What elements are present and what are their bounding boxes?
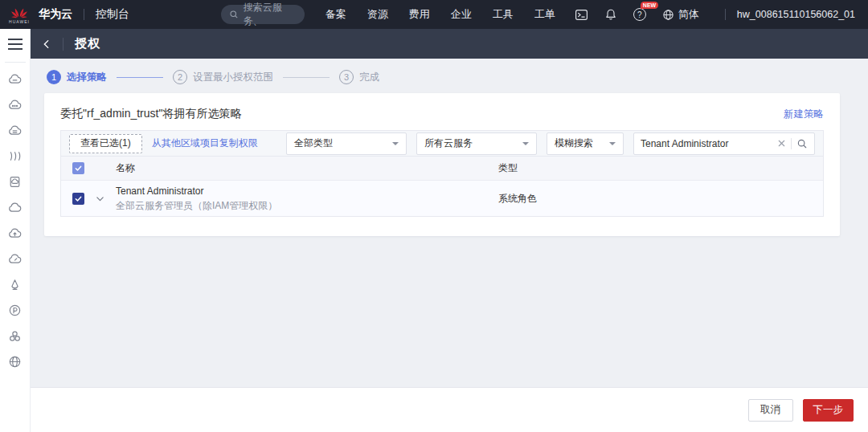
- huawei-logo[interactable]: HUAWEI: [0, 5, 39, 24]
- type-filter-select[interactable]: 全部类型: [286, 132, 407, 155]
- cloud-upload-icon[interactable]: [8, 226, 22, 240]
- step-finish: 3 完成: [339, 70, 379, 84]
- waves-icon[interactable]: [8, 149, 22, 163]
- wizard-footer: 取消 下一步: [31, 387, 868, 432]
- terminal-icon[interactable]: [575, 8, 588, 22]
- page-title: 授权: [75, 36, 100, 51]
- cloud-icon[interactable]: [8, 201, 22, 214]
- huawei-flower-icon: [10, 6, 28, 18]
- language-label: 简体: [678, 7, 699, 22]
- cloud-dash-icon[interactable]: [8, 72, 22, 86]
- menu-item-billing[interactable]: 费用: [409, 7, 430, 22]
- policy-type: 系统角色: [498, 192, 823, 206]
- menu-item-tickets[interactable]: 工单: [534, 7, 555, 22]
- step-connector: [283, 77, 330, 78]
- step-set-scope: 2 设置最小授权范围: [173, 70, 273, 84]
- content-area: 1 选择策略 2 设置最小授权范围 3 完成 委托"rf_admin_trust…: [31, 59, 868, 387]
- service-filter-select[interactable]: 所有云服务: [416, 132, 537, 155]
- back-button[interactable]: [31, 29, 63, 59]
- view-selected-button[interactable]: 查看已选(1): [69, 134, 142, 153]
- policy-table-box: 查看已选(1) 从其他区域项目复制权限 全部类型 所有云服务 模糊搜索: [60, 130, 824, 217]
- step-connector: [117, 77, 163, 78]
- row-checkbox[interactable]: [72, 193, 84, 205]
- expand-row-icon[interactable]: [95, 194, 105, 204]
- header-divider: [63, 38, 63, 51]
- search-submit-icon[interactable]: [796, 138, 808, 149]
- globe-grid-icon[interactable]: [8, 355, 22, 369]
- language-switcher[interactable]: 简体: [662, 7, 699, 22]
- hamburger-menu-icon[interactable]: [8, 29, 23, 59]
- create-policy-link[interactable]: 新建策略: [784, 108, 824, 121]
- cloud-meter-icon[interactable]: [8, 252, 22, 266]
- policy-search-input[interactable]: [641, 138, 772, 149]
- topbar-divider: [725, 9, 726, 20]
- clear-search-icon[interactable]: [777, 139, 786, 148]
- table-row[interactable]: Tenant Administrator 全部云服务管理员（除IAM管理权限） …: [61, 181, 823, 216]
- wizard-stepper: 1 选择策略 2 设置最小授权范围 3 完成: [47, 66, 868, 88]
- account-name[interactable]: hw_008615110156062_01: [737, 9, 855, 20]
- step-select-policy: 1 选择策略: [47, 70, 107, 84]
- help-icon[interactable]: ? NEW: [633, 8, 646, 21]
- column-header-name: 名称: [116, 161, 498, 175]
- chevron-down-icon: [609, 142, 616, 149]
- chevron-down-icon: [392, 142, 399, 149]
- new-badge: NEW: [641, 2, 658, 9]
- global-search-placeholder: 搜索云服务、: [244, 1, 297, 28]
- topbar-menu: 备案 资源 费用 企业 工具 工单: [326, 7, 555, 22]
- topbar-divider: [84, 9, 84, 20]
- card-title: 委托"rf_admin_trust"将拥有所选策略: [60, 107, 241, 121]
- cloud-dots-icon[interactable]: [8, 98, 22, 112]
- cloud-lines-icon[interactable]: [8, 124, 22, 137]
- search-icon: [229, 10, 239, 19]
- menu-item-tools[interactable]: 工具: [493, 7, 514, 22]
- brand-name[interactable]: 华为云: [39, 7, 72, 22]
- menu-item-beian[interactable]: 备案: [326, 7, 346, 22]
- policy-name: Tenant Administrator: [116, 184, 498, 198]
- balloon-icon[interactable]: [8, 278, 22, 291]
- search-mode-select[interactable]: 模糊搜索: [547, 132, 624, 155]
- table-header: 名称 类型: [61, 157, 823, 181]
- globe-icon: [662, 9, 674, 21]
- page-header: 授权: [31, 29, 868, 59]
- policy-selection-card: 委托"rf_admin_trust"将拥有所选策略 新建策略 查看已选(1) 从…: [44, 93, 840, 236]
- console-link[interactable]: 控制台: [96, 7, 129, 22]
- menu-item-resources[interactable]: 资源: [367, 7, 388, 22]
- cluster-icon[interactable]: [8, 329, 22, 343]
- sidebar: [0, 29, 31, 432]
- global-search-input[interactable]: 搜索云服务、: [221, 5, 305, 24]
- column-header-type: 类型: [498, 161, 823, 175]
- policy-search-box: [633, 132, 815, 155]
- parking-icon[interactable]: [8, 304, 22, 317]
- topbar: HUAWEI 华为云 控制台 搜索云服务、 备案 资源 费用 企业 工具 工单: [0, 0, 868, 29]
- copy-permissions-link[interactable]: 从其他区域项目复制权限: [152, 137, 258, 150]
- next-step-button[interactable]: 下一步: [803, 399, 854, 422]
- logo-word: HUAWEI: [9, 19, 30, 24]
- chevron-left-icon: [41, 39, 52, 50]
- bell-icon[interactable]: [604, 8, 617, 21]
- policy-description: 全部云服务管理员（除IAM管理权限）: [116, 198, 498, 213]
- select-all-checkbox[interactable]: [72, 162, 84, 174]
- menu-item-enterprise[interactable]: 企业: [451, 7, 472, 22]
- server-cloud-icon[interactable]: [8, 175, 22, 189]
- sidebar-divider: [5, 62, 26, 63]
- chevron-down-icon: [522, 142, 529, 149]
- cancel-button[interactable]: 取消: [748, 399, 793, 422]
- filter-toolbar: 查看已选(1) 从其他区域项目复制权限 全部类型 所有云服务 模糊搜索: [61, 131, 823, 157]
